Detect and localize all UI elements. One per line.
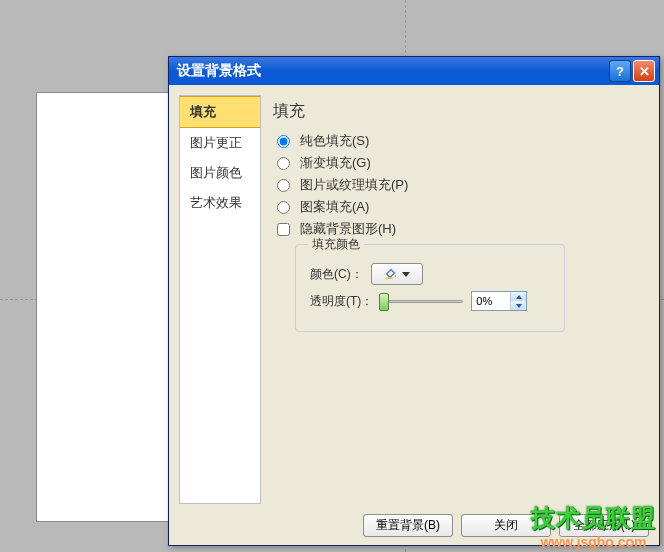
sidebar-item-fill[interactable]: 填充 xyxy=(180,96,260,128)
sidebar-item-picture-correction[interactable]: 图片更正 xyxy=(180,128,260,158)
color-label: 颜色(C)： xyxy=(310,266,363,283)
spinner-up-button[interactable] xyxy=(511,292,526,301)
chevron-down-icon xyxy=(402,272,410,277)
radio-pattern-fill-input[interactable] xyxy=(277,201,290,214)
help-icon: ? xyxy=(616,64,624,79)
close-dialog-button[interactable]: 关闭 xyxy=(461,514,551,537)
radio-solid-fill-input[interactable] xyxy=(277,135,290,148)
transparency-label: 透明度(T)： xyxy=(310,293,373,310)
transparency-slider[interactable] xyxy=(381,293,463,309)
slider-thumb[interactable] xyxy=(379,293,389,311)
checkbox-hide-bg-graphics-input[interactable] xyxy=(277,223,290,236)
category-sidebar: 填充 图片更正 图片颜色 艺术效果 xyxy=(179,95,261,504)
format-background-dialog: 设置背景格式 ? ✕ 填充 图片更正 图片颜色 艺术效果 填充 纯色填充(S) xyxy=(168,56,660,546)
sidebar-item-picture-color[interactable]: 图片颜色 xyxy=(180,158,260,188)
caret-up-icon xyxy=(516,295,522,299)
radio-picture-fill[interactable]: 图片或纹理填充(P) xyxy=(277,176,643,194)
caret-down-icon xyxy=(516,304,522,308)
reset-background-button[interactable]: 重置背景(B) xyxy=(363,514,453,537)
titlebar[interactable]: 设置背景格式 ? ✕ xyxy=(169,57,659,85)
radio-gradient-fill-input[interactable] xyxy=(277,157,290,170)
radio-solid-fill[interactable]: 纯色填充(S) xyxy=(277,132,643,150)
sidebar-item-artistic-effects[interactable]: 艺术效果 xyxy=(180,188,260,218)
apply-all-button[interactable]: 全部应用(L) xyxy=(559,514,649,537)
color-picker-button[interactable] xyxy=(371,263,423,285)
dialog-footer: 重置背景(B) 关闭 全部应用(L) xyxy=(179,504,649,537)
radio-pattern-fill[interactable]: 图案填充(A) xyxy=(277,198,643,216)
radio-gradient-fill[interactable]: 渐变填充(G) xyxy=(277,154,643,172)
close-button[interactable]: ✕ xyxy=(633,60,655,82)
transparency-input[interactable] xyxy=(472,292,510,310)
dialog-title: 设置背景格式 xyxy=(177,62,609,80)
slider-track xyxy=(381,300,463,303)
help-button[interactable]: ? xyxy=(609,60,631,82)
fill-color-legend: 填充颜色 xyxy=(308,236,364,253)
close-icon: ✕ xyxy=(639,64,650,79)
fill-color-group: 填充颜色 颜色(C)： xyxy=(295,244,565,332)
transparency-spinner[interactable] xyxy=(471,291,527,311)
dialog-body: 填充 图片更正 图片颜色 艺术效果 填充 纯色填充(S) 渐变填充(G) 图片或… xyxy=(169,85,659,545)
paint-bucket-icon xyxy=(384,266,398,283)
panel-heading: 填充 xyxy=(273,101,643,122)
radio-picture-fill-input[interactable] xyxy=(277,179,290,192)
spinner-down-button[interactable] xyxy=(511,301,526,310)
content-panel: 填充 纯色填充(S) 渐变填充(G) 图片或纹理填充(P) 图案填充(A) xyxy=(271,95,649,504)
